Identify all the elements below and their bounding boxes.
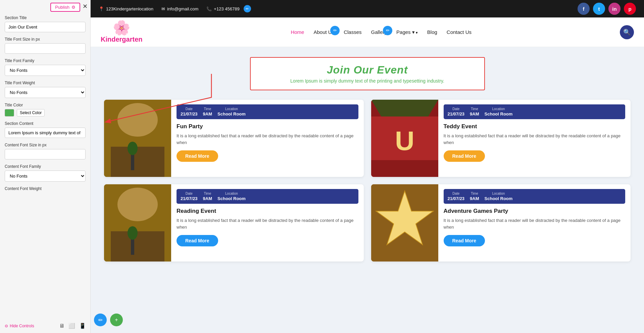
content-font-family-select[interactable]: No Fonts Arial Verdana xyxy=(5,171,86,182)
color-swatch xyxy=(5,109,14,116)
hide-controls-icon: ⊖ xyxy=(5,324,8,328)
logo-text-accent: garten xyxy=(122,36,142,43)
meta-location-4: Location School Room xyxy=(485,192,513,201)
event-desc-1: It is a long established fact that a rea… xyxy=(177,133,358,146)
svg-marker-10 xyxy=(371,100,438,116)
section-content-label: Section Content xyxy=(5,121,86,126)
event-img-svg-2: U xyxy=(371,100,438,177)
tablet-icon[interactable]: ⬜ xyxy=(68,323,75,329)
gear-icon: ⚙ xyxy=(71,5,76,10)
title-font-family-select[interactable]: No Fonts Arial Verdana Times New Roman xyxy=(5,65,86,76)
meta-time-4: Time 9AM xyxy=(470,192,479,201)
nav-item-about[interactable]: About Us ✏ xyxy=(313,29,334,35)
fab-edit-button[interactable]: ✏ xyxy=(94,314,107,326)
read-more-button-3[interactable]: Read More xyxy=(177,235,218,246)
pinterest-button[interactable]: p xyxy=(624,3,636,15)
nav-item-gallery[interactable]: Gallery ✏ xyxy=(371,29,387,35)
email-icon: ✉ xyxy=(161,6,165,11)
phone-item: 📞 +123 456789 ✏ xyxy=(206,5,251,12)
phone-edit-button[interactable]: ✏ xyxy=(244,5,251,12)
meta-location-1: Location School Room xyxy=(217,107,246,116)
event-info-1: Date 21/07/23 Time 9AM Location School R… xyxy=(171,100,364,177)
logo-flower: 🌸 xyxy=(113,21,130,35)
facebook-button[interactable]: f xyxy=(578,3,590,15)
location-icon: 📍 xyxy=(99,6,104,11)
event-info-3: Date 21/07/23 Time 9AM Location School R… xyxy=(171,184,364,261)
svg-point-19 xyxy=(128,226,138,240)
title-font-weight-label: Title Font Weight xyxy=(5,81,86,85)
event-card-2: U Date 21/07/23 Time 9AM xyxy=(371,100,631,177)
search-icon: 🔍 xyxy=(623,29,631,36)
nav-link-contact[interactable]: Contact Us xyxy=(447,29,472,35)
top-bar: 📍 123Kindergartenlocation ✉ info@gmail.c… xyxy=(91,0,644,17)
twitter-button[interactable]: t xyxy=(593,3,605,15)
event-img-svg-1 xyxy=(104,100,171,177)
event-image-2: U xyxy=(371,100,438,177)
title-font-size-input[interactable] xyxy=(5,43,86,54)
desktop-icon[interactable]: 🖥 xyxy=(59,323,64,329)
event-info-2: Date 21/07/23 Time 9AM Location School R… xyxy=(438,100,631,177)
read-more-button-1[interactable]: Read More xyxy=(177,150,218,162)
gallery-edit-button[interactable]: ✏ xyxy=(383,26,392,35)
fab-container: ✏ + xyxy=(94,314,123,326)
phone-text: +123 456789 xyxy=(214,6,239,11)
content-font-size-label: Content Font Size in px xyxy=(5,143,86,147)
nav-item-classes[interactable]: Classes xyxy=(344,29,361,35)
publish-button[interactable]: Publish ⚙ xyxy=(50,3,80,12)
nav-link-blog[interactable]: Blog xyxy=(427,29,437,35)
hide-controls-label: Hide Controls xyxy=(10,324,34,328)
meta-time-1: Time 9AM xyxy=(203,107,212,116)
events-grid: Date 21/07/23 Time 9AM Location School R… xyxy=(104,100,631,261)
nav-link-classes[interactable]: Classes xyxy=(344,29,361,35)
instagram-button[interactable]: in xyxy=(608,3,621,15)
hide-controls-button[interactable]: ⊖ Hide Controls xyxy=(5,324,34,328)
meta-date-1: Date 21/07/23 xyxy=(181,107,198,116)
title-font-weight-select[interactable]: No Fonts Bold Normal Light xyxy=(5,87,86,98)
nav-item-pages[interactable]: Pages ▾ xyxy=(396,29,418,35)
meta-date-2: Date 21/07/23 xyxy=(448,107,465,116)
svg-rect-3 xyxy=(111,147,164,177)
event-meta-2: Date 21/07/23 Time 9AM Location School R… xyxy=(444,104,626,119)
email-text: info@gmail.com xyxy=(167,6,198,11)
read-more-button-4[interactable]: Read More xyxy=(444,235,485,246)
left-panel: ✕ Publish ⚙ Section Title Title Font Siz… xyxy=(0,0,91,333)
svg-text:U: U xyxy=(395,126,414,156)
nav-bar: 🌸 Kindergarten Home About Us ✏ Classes G… xyxy=(91,17,644,47)
nav-links: Home About Us ✏ Classes Gallery ✏ Pages … xyxy=(291,29,472,35)
content-font-size-input[interactable] xyxy=(5,149,86,159)
fab-add-button[interactable]: + xyxy=(110,314,123,326)
nav-item-blog[interactable]: Blog xyxy=(427,29,437,35)
event-title-2: Teddy Event xyxy=(444,123,626,130)
meta-date-4: Date 21/07/23 xyxy=(448,192,465,201)
event-img-svg-3 xyxy=(104,184,171,261)
nav-link-pages[interactable]: Pages ▾ xyxy=(396,29,415,35)
logo-area: 🌸 Kindergarten xyxy=(101,21,142,43)
section-content-input[interactable] xyxy=(5,128,86,138)
top-bar-left: 📍 123Kindergartenlocation ✉ info@gmail.c… xyxy=(99,5,251,12)
device-icons: 🖥 ⬜ 📱 xyxy=(59,323,86,329)
meta-time-2: Time 9AM xyxy=(470,107,479,116)
about-edit-button[interactable]: ✏ xyxy=(330,26,340,35)
event-desc-4: It is a long established fact that a rea… xyxy=(444,217,626,230)
meta-date-3: Date 21/07/23 xyxy=(181,192,198,201)
read-more-button-2[interactable]: Read More xyxy=(444,150,485,162)
section-subtitle: Lorem Ipsum is simply dummy text of the … xyxy=(261,78,474,84)
phone-icon: 📞 xyxy=(206,6,212,11)
content-area: Join Our Event Lorem Ipsum is simply dum… xyxy=(91,47,644,272)
nav-item-contact[interactable]: Contact Us xyxy=(447,29,472,35)
title-font-weight-group: Title Font Weight No Fonts Bold Normal L… xyxy=(5,81,86,98)
event-title-4: Adventure Games Party xyxy=(444,208,626,215)
logo-text-main: Kinder xyxy=(101,36,122,43)
close-button[interactable]: ✕ xyxy=(83,3,88,10)
content-font-size-group: Content Font Size in px xyxy=(5,143,86,159)
nav-link-home[interactable]: Home xyxy=(291,29,304,35)
event-meta-1: Date 21/07/23 Time 9AM Location School R… xyxy=(177,104,358,119)
mobile-icon[interactable]: 📱 xyxy=(79,323,86,329)
event-img-svg-4 xyxy=(371,184,438,261)
section-title-input[interactable] xyxy=(5,22,86,32)
select-color-button[interactable]: Select Color xyxy=(17,109,45,116)
content-font-weight-group: Content Font Weight xyxy=(5,186,86,191)
search-button[interactable]: 🔍 xyxy=(620,25,634,39)
title-font-family-group: Title Font Family No Fonts Arial Verdana… xyxy=(5,58,86,76)
nav-item-home[interactable]: Home xyxy=(291,29,304,35)
